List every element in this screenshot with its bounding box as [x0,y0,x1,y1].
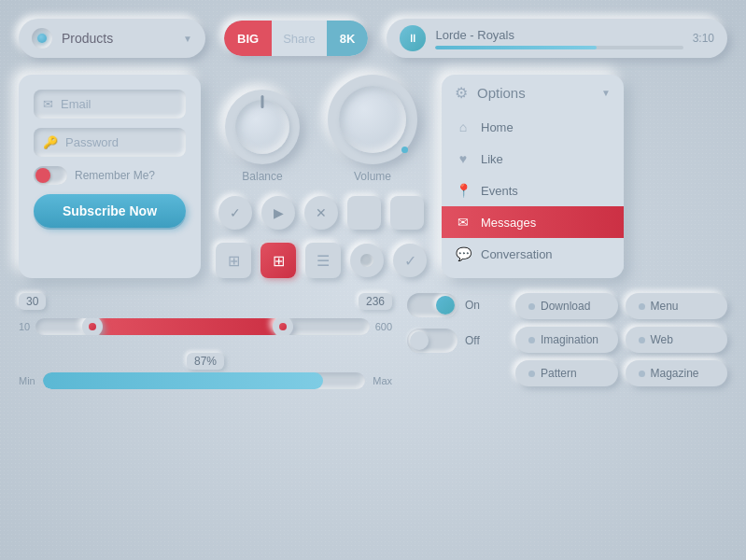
balance-knob[interactable] [225,90,300,164]
menu-label-events: Events [481,184,518,198]
email-field[interactable]: ✉ Email [34,90,186,119]
tag-label-web: Web [651,333,673,346]
tag-menu[interactable]: Menu [626,293,728,319]
progress-max-label: Max [373,375,392,386]
tags-panel: Download Menu Imagination Web Pattern Ma… [515,293,727,386]
toggle-on[interactable] [407,293,457,317]
password-field[interactable]: 🔑 Password [34,128,186,157]
progress-fill [43,372,324,389]
tag-dot [639,337,645,343]
toggle-off-label: Off [465,334,480,347]
toggle-off-knob [410,331,429,350]
player-progress-fill [435,46,596,49]
tag-label-download: Download [541,300,590,313]
menu-label-home: Home [481,120,514,134]
player-progress-track [435,46,683,49]
tag-label-menu: Menu [651,300,679,313]
range-min-label: 10 [19,321,30,332]
volume-label: Volume [354,170,391,183]
chat-icon: 💬 [455,246,472,261]
password-icon: 🔑 [43,135,58,149]
range-track-container: 10 600 [19,314,392,340]
music-player: Lorde - Royals 3:10 [387,19,727,58]
location-icon: 📍 [455,183,472,198]
progress-pct-container: 87% [19,353,392,370]
menu-item-messages[interactable]: ✉ Messages [442,206,624,238]
tag-download[interactable]: Download [515,293,618,319]
tag-dot [528,371,535,377]
remember-toggle[interactable] [34,166,67,185]
range-track[interactable] [35,318,369,335]
menu-label-conversation: Conversation [481,247,553,261]
volume-knob-dot [401,147,408,153]
volume-knob[interactable] [328,75,417,164]
menu-label-messages: Messages [481,216,536,230]
tag-pattern[interactable]: Pattern [515,360,618,386]
list-view-button[interactable]: ☰ [305,243,341,278]
volume-knob-inner [339,86,406,153]
tag-dot [528,337,535,343]
check-box-1[interactable]: ✓ [393,244,427,277]
dropdown-arrow-icon: ▼ [183,34,192,44]
player-track-name: Lorde - Royals [435,28,683,42]
options-dropdown-arrow: ▼ [601,88,611,98]
range-fill [92,318,283,335]
close-button[interactable]: ✕ [304,196,338,230]
tag-dot [528,303,535,310]
progress-min-label: Min [19,375,35,386]
share-button[interactable]: Share [272,21,327,56]
subscribe-button[interactable]: Subscribe Now [34,194,186,228]
range-slider-widget: 30 236 10 600 [19,293,392,340]
count-button[interactable]: 8K [327,21,369,56]
range-right-value: 236 [359,293,392,310]
volume-knob-outer [328,75,417,164]
options-panel: ⚙ Options ▼ ⌂ Home ♥ Like 📍 Events ✉ Mes… [442,75,624,278]
menu-item-home[interactable]: ⌂ Home [442,111,624,143]
play-button[interactable]: ▶ [261,196,295,230]
grid-view-button[interactable]: ⊞ [216,243,251,278]
menu-item-events[interactable]: 📍 Events [442,175,624,206]
toggle-off[interactable] [407,329,457,353]
tag-label-pattern: Pattern [541,367,577,380]
tag-imagination[interactable]: Imagination [515,327,618,353]
check-button[interactable]: ✓ [218,196,252,230]
radio-button-1[interactable] [350,244,384,277]
grid-view-active-button[interactable]: ⊞ [260,243,296,278]
balance-knob-wrapper: Balance [225,90,300,183]
heart-icon: ♥ [455,151,472,166]
progress-track-row: Min Max [19,372,392,389]
range-left-value: 30 [19,293,46,310]
home-icon: ⌂ [455,119,472,134]
toggles-panel: On Off [407,293,500,353]
tag-web[interactable]: Web [626,327,728,353]
dropdown-label: Products [62,31,177,46]
gear-icon: ⚙ [455,84,468,102]
square-button-2[interactable] [390,196,424,230]
knob-outer [225,90,300,164]
knob-indicator [261,95,264,108]
center-panel: Balance Volume ✓ [216,75,427,278]
progress-track[interactable] [43,372,365,389]
player-play-button[interactable] [400,25,426,51]
tag-label-imagination: Imagination [541,333,598,346]
range-handle-right[interactable] [273,318,293,335]
tag-magazine[interactable]: Magazine [626,360,728,386]
player-time: 3:10 [693,32,714,45]
toggle-on-row: On [407,293,500,317]
email-placeholder: Email [61,97,91,111]
range-handle-left[interactable] [82,318,103,335]
big-button[interactable]: BIG [224,21,272,56]
square-button-1[interactable] [347,196,381,230]
products-dropdown[interactable]: Products ▼ [19,19,205,58]
options-header[interactable]: ⚙ Options ▼ [442,75,624,111]
menu-item-like[interactable]: ♥ Like [442,143,624,175]
progress-widget: 87% Min Max [19,353,392,389]
menu-item-conversation[interactable]: 💬 Conversation [442,238,624,270]
options-title: Options [477,85,592,101]
controls-row-2: ⊞ ⊞ ☰ ✓ [216,243,427,278]
email-icon: ✉ [43,97,53,111]
toggle-off-row: Off [407,329,500,353]
share-widget: BIG Share 8K [224,21,368,56]
tag-label-magazine: Magazine [651,367,699,380]
password-placeholder: Password [65,135,119,149]
